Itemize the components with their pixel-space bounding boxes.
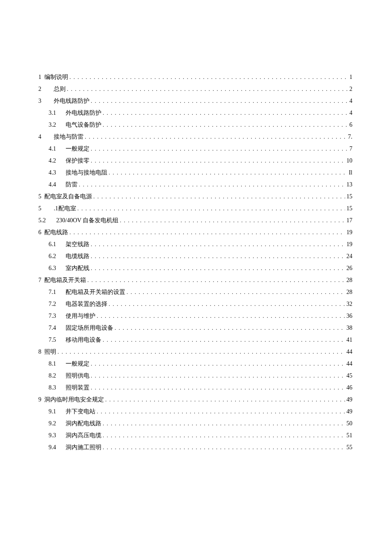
toc-title: 接地与防雷 [54, 134, 84, 140]
toc-title: 外电线路防护 [66, 110, 101, 116]
toc-title: 洞内高压电缆 [66, 432, 101, 439]
toc-page: 45 [346, 372, 352, 379]
toc-leader-dots [91, 157, 345, 164]
toc-leader-dots [97, 408, 345, 415]
toc-text: 7.2电器装置的选择 [49, 300, 107, 308]
toc-text: 8.2照明供电 [49, 372, 89, 380]
toc-entry: 9.2洞内配电线路50 [38, 420, 352, 427]
toc-entry: 4接地与防雷7. [38, 133, 352, 141]
toc-number: 9.2 [49, 420, 60, 427]
toc-number: 4.4 [49, 181, 60, 188]
toc-text: 5.2230/40OV 自备发电机组 [38, 217, 118, 224]
toc-number: 4.1 [49, 145, 60, 152]
toc-page: 19 [346, 241, 352, 248]
toc-page: 38 [346, 325, 352, 331]
toc-title: 防雷 [66, 181, 78, 188]
toc-page: 24 [346, 253, 352, 260]
toc-title: 保护接零 [66, 157, 89, 164]
toc-leader-dots [109, 301, 345, 308]
toc-number: 4 [38, 134, 50, 140]
toc-number: 8 [38, 349, 43, 355]
toc-text: 1编制说明 [38, 73, 68, 81]
toc-text: 2总则 [38, 85, 66, 93]
toc-page: 6 [349, 122, 352, 128]
toc-leader-dots [91, 241, 345, 248]
toc-title: 编制说明 [44, 74, 68, 80]
table-of-contents: 1编制说明12总则23外电线路防护43.1外电线路防护43.2电气设备防护64接… [38, 73, 352, 451]
toc-text: 9.2洞内配电线路 [49, 420, 101, 427]
toc-text: 7.1配电箱及开关箱的设置 [49, 288, 125, 296]
toc-title: 配电箱及开关箱 [44, 277, 86, 283]
toc-page: 28 [346, 277, 352, 284]
toc-leader-dots [115, 325, 345, 331]
toc-leader-dots [103, 110, 348, 116]
toc-text: 5配电室及自备电源 [38, 193, 92, 200]
toc-title: 使用与维护 [66, 313, 95, 319]
toc-leader-dots [91, 360, 345, 367]
toc-number: 8.2 [49, 372, 60, 379]
toc-text: 9.1井下变电站 [49, 408, 95, 416]
toc-text: 3.1外电线路防护 [49, 109, 101, 117]
toc-page: 2 [349, 86, 352, 93]
toc-title: 洞内配电线路 [66, 420, 101, 427]
toc-title: 总则 [54, 86, 66, 92]
toc-entry: 7.4固定场所用电设备38 [38, 324, 352, 332]
toc-leader-dots [93, 193, 345, 200]
toc-leader-dots [103, 444, 345, 451]
toc-text: 8照明 [38, 348, 56, 356]
toc-number: 2 [38, 86, 50, 93]
toc-leader-dots [87, 277, 345, 284]
toc-page: 28 [346, 289, 352, 296]
toc-page: 26 [346, 265, 352, 272]
toc-text: 9.3洞内高压电缆 [49, 432, 101, 439]
toc-page: Il [349, 169, 352, 176]
toc-title: 架空线路 [66, 241, 89, 247]
toc-title: 外电线路防护 [54, 98, 89, 104]
toc-number: 3.2 [49, 122, 60, 128]
toc-entry: 4.3接地与接地电阻Il [38, 169, 352, 177]
toc-page: 13 [346, 181, 352, 188]
toc-page: 1 [349, 74, 352, 81]
toc-title: 照明 [44, 349, 56, 355]
toc-entry: 3外电线路防护4 [38, 97, 352, 105]
toc-title: 配电箱及开关箱的设置 [66, 289, 125, 295]
toc-leader-dots [78, 205, 346, 212]
toc-entry: 1编制说明1 [38, 73, 352, 81]
toc-leader-dots [91, 98, 348, 105]
toc-text: 6配电线路 [38, 229, 68, 236]
toc-number: 7 [38, 277, 43, 284]
toc-number: 5.2 [38, 217, 56, 224]
toc-entry: 8照明44 [38, 348, 352, 356]
toc-entry: 6配电线路19 [38, 229, 352, 236]
toc-text: 7配电箱及开关箱 [38, 276, 86, 284]
toc-title: 一般规定 [66, 360, 89, 367]
toc-text: 6.1架空线路 [49, 241, 89, 248]
toc-entry: 7.5移动用电设备41 [38, 336, 352, 344]
toc-title: 室内配线 [66, 265, 89, 271]
toc-leader-dots [69, 229, 345, 236]
toc-entry: 6.3室内配线26 [38, 264, 352, 272]
toc-leader-dots [109, 169, 347, 176]
toc-leader-dots [58, 349, 345, 355]
toc-title: 洞内施工照明 [66, 444, 101, 450]
toc-leader-dots [120, 217, 345, 224]
toc-page: 7. [348, 134, 353, 140]
toc-title: 电缆线路 [66, 253, 89, 259]
toc-page: 15 [346, 193, 352, 200]
toc-text: 8.3照明装置 [49, 384, 89, 392]
toc-entry: 5配电室及自备电源15 [38, 193, 352, 200]
toc-entry: 2总则2 [38, 85, 352, 93]
toc-page: 51 [346, 432, 352, 439]
toc-text: 7.3使用与维护 [49, 312, 95, 320]
toc-text: 3外电线路防护 [38, 97, 89, 105]
toc-number: 6.1 [49, 241, 60, 248]
toc-leader-dots [103, 432, 345, 439]
toc-leader-dots [105, 396, 345, 403]
toc-title: 移动用电设备 [66, 337, 101, 343]
toc-leader-dots [91, 384, 345, 391]
toc-page: 36 [346, 313, 352, 320]
toc-entry: 8.1一般规定44 [38, 360, 352, 368]
toc-page: 41 [346, 337, 352, 343]
toc-number: 3.1 [49, 110, 60, 116]
toc-number: 6.3 [49, 265, 60, 272]
